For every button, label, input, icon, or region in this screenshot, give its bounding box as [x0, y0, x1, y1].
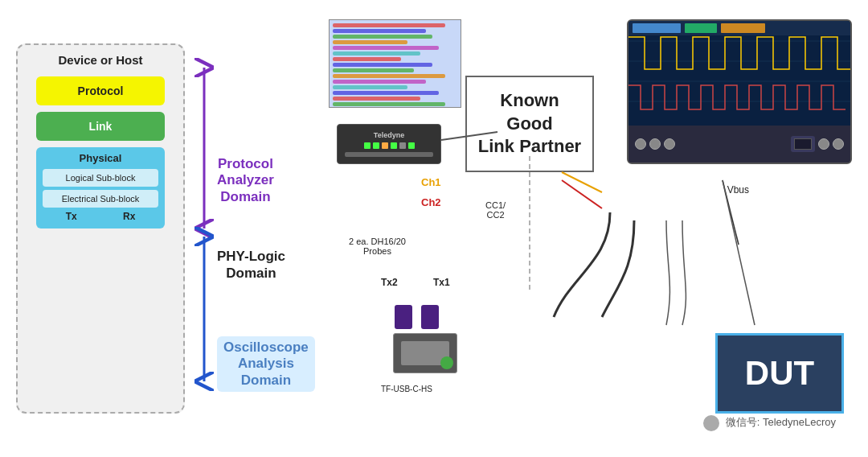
cc-label: CC1/ CC2: [485, 200, 506, 220]
svg-line-12: [562, 172, 602, 192]
tf-usb-box: [393, 333, 457, 373]
tf-usb-label: TF-USB-C-HS: [381, 385, 432, 393]
domain-arrows-svg: [188, 43, 329, 397]
osc-knob-5: [833, 138, 844, 150]
sw-row-10: [333, 74, 445, 78]
sw-row-3: [333, 35, 432, 39]
sw-row-13: [333, 91, 439, 95]
ch2-label: Ch2: [421, 196, 441, 208]
sw-row-7: [333, 57, 401, 61]
protocol-layer: Protocol: [36, 76, 165, 105]
device-panel: Device or Host Protocol Link Physical Lo…: [16, 43, 185, 414]
osc-waveform-svg: [628, 21, 850, 126]
svg-line-13: [562, 180, 602, 208]
left-section: Device or Host Protocol Link Physical Lo…: [16, 43, 329, 414]
sw-row-9: [333, 68, 414, 72]
nd-light-5: [399, 142, 406, 149]
known-good-box: Known Good Link Partner: [465, 76, 594, 172]
nd-brand: Teledyne: [374, 131, 404, 139]
watermark-icon: [703, 415, 719, 431]
rx-label: Rx: [123, 211, 135, 222]
physical-title: Physical: [43, 152, 158, 164]
ch1-label: Ch1: [421, 176, 441, 188]
software-rows: [330, 20, 461, 108]
nd-light-6: [408, 142, 415, 149]
probe-head-tx2: [395, 305, 412, 329]
logical-sub-block: Logical Sub-block: [43, 169, 158, 187]
sw-row-6: [333, 51, 420, 56]
nd-light-1: [364, 142, 371, 149]
svg-line-15: [723, 180, 755, 325]
nd-light-4: [391, 142, 397, 149]
probe-head-tx1: [421, 305, 439, 329]
osc-knob-4: [818, 138, 829, 150]
sw-row-12: [333, 85, 407, 89]
sw-row-14: [333, 97, 420, 101]
main-container: Device or Host Protocol Link Physical Lo…: [0, 0, 868, 457]
sw-row-2: [333, 29, 426, 33]
network-device: Teledyne: [337, 124, 441, 164]
svg-rect-7: [633, 23, 681, 33]
tf-usb-led: [440, 356, 453, 369]
sw-row-8: [333, 63, 432, 67]
tx2-label: Tx2: [381, 277, 398, 288]
osc-display-panel: [791, 136, 815, 152]
svg-rect-9: [721, 23, 765, 33]
osc-knob-1: [635, 138, 646, 150]
tx1-label: Tx1: [433, 277, 450, 288]
known-good-text: Known Good Link Partner: [478, 89, 581, 159]
nd-light-3: [382, 142, 388, 149]
device-title: Device or Host: [58, 53, 142, 67]
osc-knob-3: [664, 138, 675, 150]
osc-display: [794, 138, 812, 150]
tf-usb-inner: [394, 334, 457, 373]
sw-row-11: [333, 80, 426, 84]
probe-label: 2 ea. DH16/20 Probes: [349, 237, 406, 256]
link-layer: Link: [36, 112, 165, 141]
watermark-text: 微信号: TeledyneLecroy: [726, 416, 836, 428]
known-good-area: Known Good Link Partner: [465, 43, 594, 172]
nd-lights: [364, 142, 415, 149]
watermark: 微信号: TeledyneLecroy: [703, 415, 836, 431]
osc-knob-2: [649, 138, 661, 150]
tx-rx-row: Tx Rx: [43, 211, 158, 222]
sw-row-5: [333, 46, 439, 50]
dut-label: DUT: [745, 354, 814, 393]
right-section: Teledyne Known Good Link Partner: [329, 19, 852, 438]
oscilloscope-device: [627, 19, 852, 164]
sw-row-1: [333, 23, 445, 27]
nd-port-bar: [345, 152, 433, 157]
physical-layer-container: Physical Logical Sub-block Electrical Su…: [36, 147, 165, 228]
tx-label: Tx: [66, 211, 77, 222]
nd-light-2: [373, 142, 379, 149]
vbus-label: Vbus: [727, 184, 749, 196]
dut-box: DUT: [715, 333, 844, 414]
svg-rect-8: [685, 23, 717, 33]
software-screenshot: [329, 19, 461, 108]
sw-row-4: [333, 40, 407, 44]
nd-body: Teledyne: [345, 131, 433, 157]
osc-controls: [628, 126, 850, 163]
osc-screen: [628, 21, 850, 126]
sw-row-15: [333, 102, 445, 106]
electrical-sub-block: Electrical Sub-block: [43, 190, 158, 208]
domain-labels: Protocol Analyzer Domain PHY-Logic Domai…: [188, 43, 329, 414]
